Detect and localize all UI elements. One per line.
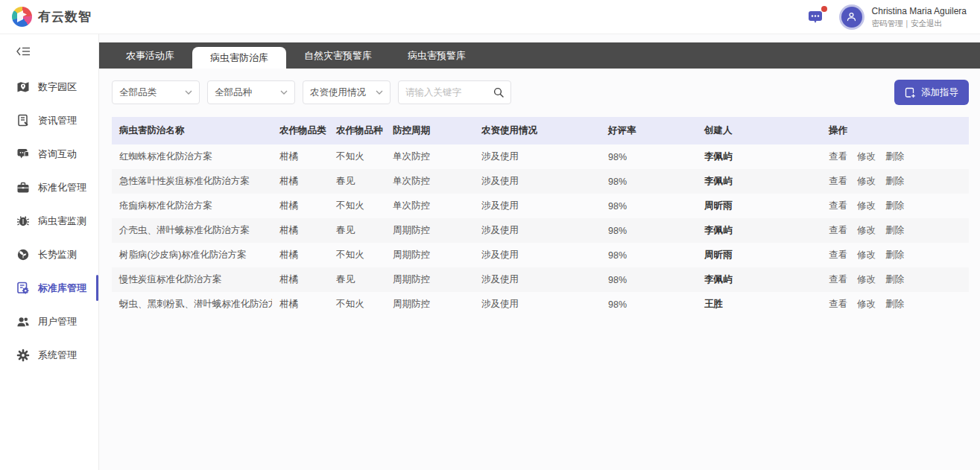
user-chip[interactable]: Christina Maria Aguilera 密码管理｜安全退出 xyxy=(839,4,967,30)
sidebar-item-4[interactable]: 标准化管理 xyxy=(0,171,98,204)
delete-link[interactable]: 删除 xyxy=(885,274,904,285)
park-map-icon xyxy=(16,80,30,94)
cell-cycle: 单次防控 xyxy=(385,194,474,218)
add-guidance-button[interactable]: 添加指导 xyxy=(894,80,969,105)
cell-name: 蚜虫、黑刺粉虱、潜叶蛾标准化防治方案 xyxy=(112,292,272,317)
delete-link[interactable]: 删除 xyxy=(885,200,904,211)
cell-cycle: 单次防控 xyxy=(385,169,474,194)
view-link[interactable]: 查看 xyxy=(829,250,847,260)
cell-usage: 涉及使用 xyxy=(474,145,601,169)
table-header-row: 病虫害防治名称农作物品类农作物品种防控周期农资使用情况好评率创建人操作 xyxy=(112,117,969,145)
gear-icon xyxy=(16,349,30,362)
search-icon[interactable] xyxy=(493,87,504,98)
edit-link[interactable]: 修改 xyxy=(857,250,876,260)
cell-cycle: 周期防控 xyxy=(385,292,474,317)
cell-rate: 98% xyxy=(601,194,697,218)
cell-creator: 王胜 xyxy=(697,292,821,317)
sidebar: 数字园区资讯管理咨询互动标准化管理病虫害监测长势监测标准库管理用户管理系统管理 xyxy=(0,34,99,470)
cell-rate: 98% xyxy=(601,169,697,194)
delete-link[interactable]: 删除 xyxy=(885,225,904,235)
table-row: 红蜘蛛标准化防治方案柑橘不知火单次防控涉及使用98%李佩屿查看修改删除 xyxy=(112,145,969,169)
cell-creator: 周昕雨 xyxy=(697,194,821,218)
sidebar-item-7[interactable]: 标准库管理 xyxy=(0,271,98,305)
sidebar-item-8[interactable]: 用户管理 xyxy=(0,305,98,338)
brand-logo-icon xyxy=(12,7,32,27)
edit-link[interactable]: 修改 xyxy=(857,274,876,285)
message-icon[interactable] xyxy=(806,8,826,26)
delete-link[interactable]: 删除 xyxy=(885,176,904,186)
sidebar-item-5[interactable]: 病虫害监测 xyxy=(0,204,98,238)
sidebar-item-1[interactable]: 数字园区 xyxy=(0,70,98,104)
cell-cycle: 周期防控 xyxy=(385,267,474,292)
tab-2[interactable]: 病虫害防治库 xyxy=(192,47,286,69)
cell-creator: 李佩屿 xyxy=(697,267,821,292)
edit-link[interactable]: 修改 xyxy=(857,176,876,186)
notification-badge xyxy=(821,6,827,12)
tab-4[interactable]: 病虫害预警库 xyxy=(390,42,484,69)
cell-cycle: 周期防控 xyxy=(385,218,474,243)
edit-link[interactable]: 修改 xyxy=(857,299,876,309)
view-link[interactable]: 查看 xyxy=(829,299,847,309)
cell-rate: 98% xyxy=(601,243,697,267)
cell-actions: 查看修改删除 xyxy=(821,267,969,292)
delete-link[interactable]: 删除 xyxy=(885,250,904,260)
edit-link[interactable]: 修改 xyxy=(857,225,876,235)
cell-cycle: 周期防控 xyxy=(385,243,474,267)
sidebar-item-2[interactable]: 资讯管理 xyxy=(0,104,98,137)
chevron-down-icon xyxy=(376,90,383,95)
chat-icon xyxy=(16,147,30,161)
table-head: 病虫害防治名称农作物品类农作物品种防控周期农资使用情况好评率创建人操作 xyxy=(112,117,969,145)
library-gear-icon xyxy=(16,282,30,295)
account-links[interactable]: 密码管理｜安全退出 xyxy=(872,18,967,28)
sidebar-item-3[interactable]: 咨询互动 xyxy=(0,137,98,171)
growth-icon xyxy=(16,248,30,261)
cell-name: 介壳虫、潜叶蛾标准化防治方案 xyxy=(112,218,272,243)
delete-link[interactable]: 删除 xyxy=(885,151,904,162)
cell-variety: 不知火 xyxy=(329,145,385,169)
cell-variety: 春见 xyxy=(329,267,385,292)
cell-actions: 查看修改删除 xyxy=(821,169,969,194)
sidebar-collapse-icon[interactable] xyxy=(0,39,98,64)
cell-name: 急性落叶性炭疽标准化防治方案 xyxy=(112,169,272,194)
cell-name: 树脂病(沙皮病)标准化防治方案 xyxy=(112,243,272,267)
sidebar-nav: 数字园区资讯管理咨询互动标准化管理病虫害监测长势监测标准库管理用户管理系统管理 xyxy=(0,70,98,372)
cell-category: 柑橘 xyxy=(272,218,329,243)
view-link[interactable]: 查看 xyxy=(829,200,847,211)
chevron-down-icon xyxy=(280,90,288,95)
search-input[interactable] xyxy=(405,87,489,98)
delete-link[interactable]: 删除 xyxy=(885,299,904,309)
cell-usage: 涉及使用 xyxy=(474,194,601,218)
sidebar-item-6[interactable]: 长势监测 xyxy=(0,238,98,271)
top-header: 有云数智 xyxy=(0,0,980,34)
cell-variety: 不知火 xyxy=(329,292,385,317)
edit-link[interactable]: 修改 xyxy=(857,151,876,162)
cell-actions: 查看修改删除 xyxy=(821,194,969,218)
cell-actions: 查看修改删除 xyxy=(821,218,969,243)
cell-creator: 李佩屿 xyxy=(697,169,821,194)
active-indicator xyxy=(96,275,98,301)
doc-plus-icon xyxy=(905,87,916,98)
variety-select[interactable]: 全部品种 xyxy=(207,80,295,104)
view-link[interactable]: 查看 xyxy=(829,151,847,162)
category-select[interactable]: 全部品类 xyxy=(112,80,200,104)
view-link[interactable]: 查看 xyxy=(829,176,847,186)
usage-select[interactable]: 农资使用情况 xyxy=(303,80,391,104)
cell-rate: 98% xyxy=(601,267,697,292)
tab-1[interactable]: 农事活动库 xyxy=(108,42,192,69)
cell-variety: 不知火 xyxy=(329,194,385,218)
body: 数字园区资讯管理咨询互动标准化管理病虫害监测长势监测标准库管理用户管理系统管理 … xyxy=(0,34,980,470)
tab-bar: 农事活动库病虫害防治库自然灾害预警库病虫害预警库 xyxy=(99,42,980,69)
table-row: 树脂病(沙皮病)标准化防治方案柑橘不知火周期防控涉及使用98%周昕雨查看修改删除 xyxy=(112,243,969,267)
sidebar-item-label: 用户管理 xyxy=(38,315,77,328)
view-link[interactable]: 查看 xyxy=(829,225,847,235)
cell-actions: 查看修改删除 xyxy=(821,145,969,169)
cell-variety: 春见 xyxy=(329,169,385,194)
brand: 有云数智 xyxy=(12,7,92,27)
cell-usage: 涉及使用 xyxy=(474,218,601,243)
sidebar-item-9[interactable]: 系统管理 xyxy=(0,338,98,372)
main: 农事活动库病虫害防治库自然灾害预警库病虫害预警库 全部品类 全部品种 xyxy=(99,34,980,470)
tab-3[interactable]: 自然灾害预警库 xyxy=(286,42,390,69)
cell-name: 疮痂病标准化防治方案 xyxy=(112,194,272,218)
view-link[interactable]: 查看 xyxy=(829,274,847,285)
edit-link[interactable]: 修改 xyxy=(857,200,876,211)
